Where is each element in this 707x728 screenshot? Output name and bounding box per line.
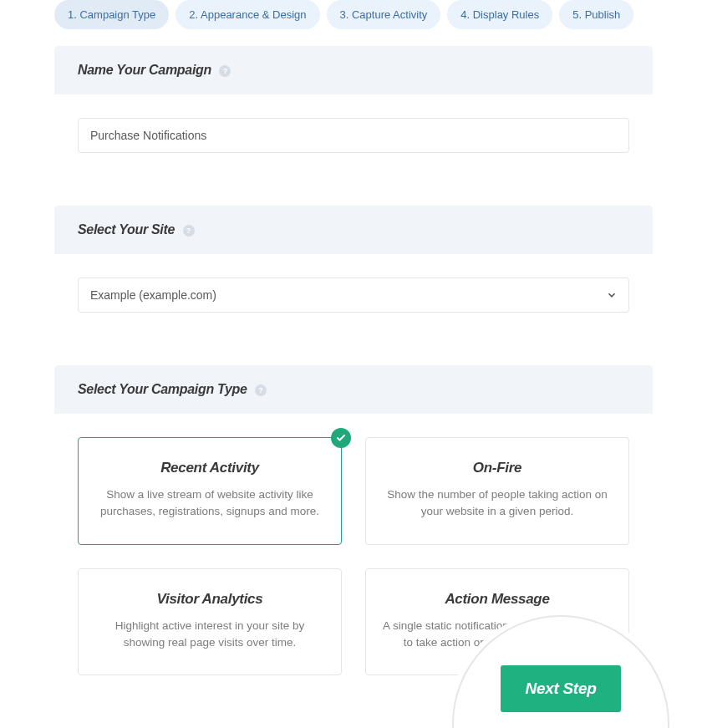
section-header: Select Your Campaign Type ?: [54, 365, 653, 414]
tab-capture-activity[interactable]: 3. Capture Activity: [327, 0, 441, 29]
section-title: Name Your Campaign: [78, 63, 211, 78]
wizard-tabs: 1. Campaign Type 2. Appearance & Design …: [0, 0, 707, 29]
section-title: Select Your Campaign Type: [78, 382, 247, 397]
campaign-type-on-fire[interactable]: On-Fire Show the number of people taking…: [365, 437, 629, 545]
section-title: Select Your Site: [78, 222, 175, 237]
card-title: Recent Activity: [95, 460, 324, 476]
tab-publish[interactable]: 5. Publish: [559, 0, 633, 29]
site-select[interactable]: Example (example.com): [78, 277, 629, 313]
help-icon[interactable]: ?: [183, 225, 195, 237]
card-title: Action Message: [383, 591, 612, 608]
check-icon: [331, 428, 351, 448]
section-header: Select Your Site ?: [54, 206, 653, 254]
card-title: On-Fire: [383, 460, 612, 476]
campaign-type-visitor-analytics[interactable]: Visitor Analytics Highlight active inter…: [78, 568, 342, 676]
tab-campaign-type[interactable]: 1. Campaign Type: [54, 0, 169, 29]
section-name-campaign: Name Your Campaign ?: [54, 46, 653, 176]
section-select-site: Select Your Site ? Example (example.com): [54, 206, 653, 336]
campaign-type-recent-activity[interactable]: Recent Activity Show a live stream of we…: [78, 437, 342, 545]
tab-display-rules[interactable]: 4. Display Rules: [447, 0, 552, 29]
card-title: Visitor Analytics: [95, 591, 324, 608]
card-desc: Show a live stream of website activity l…: [95, 486, 324, 521]
tab-appearance-design[interactable]: 2. Appearance & Design: [175, 0, 319, 29]
campaign-name-input[interactable]: [78, 118, 629, 153]
help-icon[interactable]: ?: [219, 65, 231, 77]
section-header: Name Your Campaign ?: [54, 46, 653, 94]
card-desc: Show the number of people taking action …: [383, 486, 612, 521]
help-icon[interactable]: ?: [255, 384, 267, 396]
next-step-button[interactable]: Next Step: [501, 665, 622, 712]
card-desc: Highlight active interest in your site b…: [95, 618, 324, 652]
